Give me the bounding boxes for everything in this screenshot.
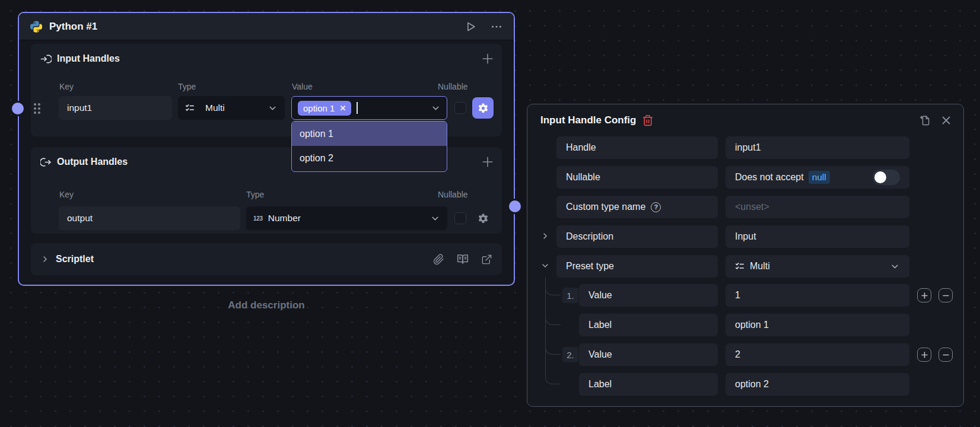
row-label: Nullable	[556, 166, 718, 189]
close-panel-button[interactable]	[941, 115, 952, 126]
remove-item-button[interactable]	[938, 348, 953, 362]
output-handle-row: 123 Number	[31, 206, 502, 230]
copy-config-button[interactable]	[919, 114, 931, 127]
item-label-field[interactable]: option 1	[726, 314, 909, 336]
scriptlet-title: Scriptlet	[56, 254, 94, 265]
column-header-key: Key	[59, 82, 74, 91]
input-handle-config-panel: Input Handle Config Handle input1 Nullab…	[527, 104, 964, 407]
custom-type-field[interactable]: <unset>	[726, 196, 909, 218]
python-node[interactable]: Python #1 Input Handles Ke	[18, 12, 515, 286]
book-open-icon	[457, 253, 469, 265]
preset-type-select[interactable]: Multi	[726, 255, 909, 278]
item-value-field[interactable]: 1	[726, 284, 909, 307]
python-logo-icon	[30, 20, 43, 33]
open-editor-button[interactable]	[481, 254, 492, 265]
preset-type-value: Multi	[750, 261, 770, 272]
config-row-description: Description Input	[527, 225, 963, 248]
item-index: 1.	[562, 288, 578, 303]
selected-option-chip: option 1 ✕	[298, 101, 351, 116]
add-item-button[interactable]	[917, 348, 931, 362]
add-item-button[interactable]	[917, 288, 931, 302]
column-header-value: Value	[292, 82, 313, 91]
handle-value-multiselect[interactable]: option 1 ✕	[291, 96, 447, 120]
nullable-checkbox[interactable]	[454, 102, 466, 114]
dropdown-option-2[interactable]: option 2	[292, 146, 447, 170]
run-node-button[interactable]	[464, 20, 477, 33]
handle-name-field[interactable]: input1	[726, 136, 909, 159]
trash-icon	[642, 114, 654, 126]
preset-item-row: Label option 1	[527, 314, 963, 336]
multi-type-icon	[735, 262, 744, 271]
add-output-handle-button[interactable]	[482, 156, 494, 168]
plus-icon	[921, 292, 928, 299]
plus-icon	[921, 352, 928, 358]
preset-item-row: Label option 2	[527, 373, 963, 396]
delete-handle-button[interactable]	[642, 114, 654, 126]
minus-icon	[943, 352, 949, 358]
handle-config-button[interactable]	[472, 97, 494, 119]
toggle-knob	[874, 171, 886, 183]
column-header-type: Type	[246, 190, 264, 199]
ellipsis-icon	[490, 20, 503, 33]
chevron-down-icon[interactable]	[431, 103, 441, 113]
item-label-field[interactable]: option 2	[726, 373, 909, 396]
row-label: Preset type	[556, 255, 718, 278]
chevron-right-icon[interactable]	[40, 254, 50, 264]
flow-canvas[interactable]: Python #1 Input Handles Ke	[0, 0, 980, 427]
help-icon[interactable]: ?	[651, 202, 661, 212]
row-label: Value	[579, 284, 718, 307]
config-row-custom-type: Custom type name ? <unset>	[527, 196, 963, 218]
plus-icon	[482, 156, 494, 168]
nullable-checkbox[interactable]	[454, 212, 466, 224]
input-handle-row: Multi option 1 ✕	[31, 96, 502, 120]
row-label: Description	[556, 225, 718, 248]
external-link-icon	[481, 254, 492, 265]
row-label: Handle	[556, 136, 718, 159]
scriptlet-section[interactable]: Scriptlet	[31, 243, 502, 275]
handle-key-input[interactable]	[59, 206, 240, 230]
input-port-handle[interactable]	[12, 103, 24, 114]
handle-type-value: Multi	[205, 103, 225, 113]
nullable-text: Does not accept	[735, 172, 804, 183]
nullable-toggle[interactable]	[873, 170, 900, 185]
handle-type-select[interactable]: 123 Number	[246, 206, 447, 230]
chevron-down-icon[interactable]	[540, 261, 550, 270]
config-row-nullable: Nullable Does not accept null	[527, 166, 963, 189]
number-type-icon: 123	[253, 215, 263, 222]
node-menu-button[interactable]	[490, 20, 503, 33]
close-icon	[941, 115, 952, 126]
item-value-field[interactable]: 2	[726, 343, 909, 366]
row-label: Label	[579, 314, 718, 336]
config-row-handle: Handle input1	[527, 136, 963, 159]
null-badge: null	[809, 171, 830, 184]
handle-type-select[interactable]: Multi	[178, 96, 285, 120]
docs-button[interactable]	[457, 253, 469, 265]
drag-handle-icon[interactable]	[34, 103, 42, 114]
add-description-button[interactable]: Add description	[18, 299, 515, 311]
chip-remove-icon[interactable]: ✕	[339, 104, 346, 113]
gear-icon	[478, 213, 489, 224]
output-port-handle[interactable]	[509, 200, 521, 212]
row-label: Label	[579, 373, 718, 396]
add-input-handle-button[interactable]	[482, 53, 494, 65]
handle-type-value: Number	[268, 213, 301, 224]
value-options-dropdown: option 1 option 2	[291, 121, 447, 172]
attach-file-button[interactable]	[433, 254, 444, 265]
chevron-down-icon	[890, 262, 900, 272]
minus-icon	[943, 292, 949, 299]
node-titlebar[interactable]: Python #1	[19, 13, 514, 40]
paperclip-icon	[433, 254, 444, 265]
handle-key-input[interactable]	[59, 96, 172, 120]
description-field[interactable]: Input	[726, 225, 909, 248]
column-header-nullable: Nullable	[438, 82, 468, 91]
chevron-right-icon[interactable]	[540, 231, 550, 241]
multi-type-icon	[185, 103, 195, 113]
output-handles-title: Output Handles	[57, 157, 128, 167]
column-header-nullable: Nullable	[438, 190, 468, 199]
dropdown-option-1[interactable]: option 1	[292, 122, 447, 146]
remove-item-button[interactable]	[938, 288, 953, 302]
column-header-key: Key	[59, 190, 74, 199]
input-handles-icon	[40, 53, 52, 65]
text-cursor	[357, 102, 358, 114]
handle-config-button[interactable]	[472, 208, 494, 229]
